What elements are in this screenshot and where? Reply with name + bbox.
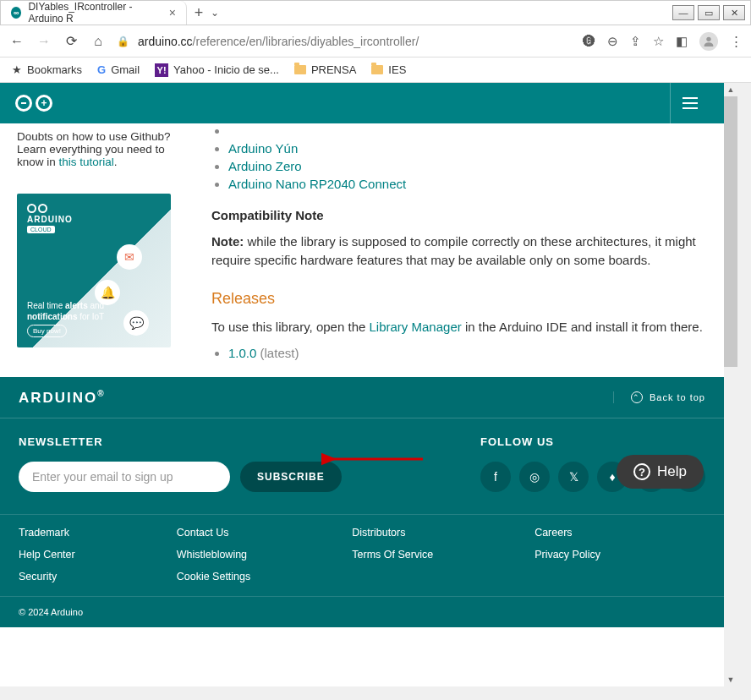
close-window-button[interactable]: ✕ bbox=[723, 5, 745, 20]
releases-heading: Releases bbox=[211, 290, 707, 308]
browser-tab[interactable]: ∞ DIYables_IRcontroller - Arduino R × bbox=[1, 1, 187, 25]
footer-link[interactable]: Terms Of Service bbox=[352, 549, 433, 561]
footer-link[interactable]: Distributors bbox=[352, 527, 433, 539]
scroll-thumb[interactable] bbox=[724, 96, 737, 367]
svg-point-0 bbox=[706, 36, 710, 41]
buy-now-button[interactable]: Buy now! bbox=[27, 325, 67, 337]
footer-link[interactable]: Contact Us bbox=[177, 527, 251, 539]
maximize-button[interactable]: ▭ bbox=[698, 5, 720, 20]
tutorial-link[interactable]: this tutorial bbox=[59, 156, 114, 168]
instagram-icon[interactable]: ◎ bbox=[519, 462, 550, 492]
menu-hamburger-icon[interactable] bbox=[670, 83, 709, 123]
main-content: Arduino Uno WiFi Rev2 Arduino Yún Arduin… bbox=[211, 130, 707, 360]
url-text: arduino.cc/reference/en/libraries/diyabl… bbox=[138, 35, 419, 48]
facebook-icon[interactable]: f bbox=[480, 462, 511, 492]
lock-icon: 🔒 bbox=[117, 36, 129, 47]
back-button[interactable]: ← bbox=[8, 33, 25, 50]
newsletter-email-input[interactable] bbox=[19, 462, 230, 492]
chat-icon: 💬 bbox=[123, 310, 149, 336]
copyright: © 2024 Arduino bbox=[0, 596, 724, 627]
share-icon[interactable]: ⇪ bbox=[630, 34, 641, 49]
page-viewport: Doubts on how to use Github? Learn every… bbox=[0, 83, 751, 700]
bookmark-ies[interactable]: IES bbox=[371, 63, 406, 76]
tabs-chevron-icon[interactable]: ⌄ bbox=[211, 7, 219, 19]
kebab-menu-icon[interactable]: ⋮ bbox=[730, 34, 743, 49]
translate-icon[interactable]: 🅖 bbox=[583, 34, 595, 48]
follow-heading: FOLLOW US bbox=[480, 435, 705, 448]
help-icon: ? bbox=[633, 463, 650, 480]
browser-toolbar: ← → ⟳ ⌂ 🔒 arduino.cc/reference/en/librar… bbox=[0, 25, 751, 57]
board-link[interactable]: Arduino Yún bbox=[228, 141, 298, 156]
footer-link[interactable]: Careers bbox=[534, 527, 600, 539]
newsletter-heading: NEWSLETTER bbox=[19, 435, 342, 448]
bookmark-prensa[interactable]: PRENSA bbox=[294, 63, 356, 76]
footer-link[interactable]: Cookie Settings bbox=[177, 571, 251, 582]
minimize-button[interactable]: — bbox=[672, 5, 694, 20]
compat-heading: Compatibility Note bbox=[211, 208, 707, 222]
scroll-up-icon[interactable]: ▲ bbox=[724, 83, 737, 96]
bookmark-yahoo[interactable]: Y!Yahoo - Inicio de se... bbox=[155, 63, 279, 77]
bookmarks-label: Bookmarks bbox=[27, 63, 82, 76]
footer-link[interactable]: Help Center bbox=[19, 549, 75, 561]
footer-link[interactable]: Security bbox=[19, 571, 75, 582]
footer-brand: ARDUINO® bbox=[19, 389, 106, 407]
newsletter-block: NEWSLETTER SUBSCRIBE bbox=[19, 435, 342, 492]
reload-button[interactable]: ⟳ bbox=[63, 33, 79, 50]
cloud-ad[interactable]: ARDUINO CLOUD ✉ 🔔 💬 Real time alerts and… bbox=[17, 194, 171, 347]
new-tab-button[interactable]: + bbox=[187, 1, 211, 25]
ad-cloud-tag: CLOUD bbox=[27, 226, 55, 233]
bookmarks-bar: ★Bookmarks GGmail Y!Yahoo - Inicio de se… bbox=[0, 57, 751, 83]
compat-note: Note: while the library is supposed to c… bbox=[211, 232, 707, 270]
address-bar[interactable]: 🔒 arduino.cc/reference/en/libraries/diya… bbox=[117, 35, 573, 48]
releases-text: To use this library, open the Library Ma… bbox=[211, 320, 707, 334]
bookmark-star-icon[interactable]: ☆ bbox=[653, 34, 664, 49]
back-to-top[interactable]: ⌃Back to top bbox=[613, 391, 705, 403]
board-link[interactable]: Arduino Zero bbox=[228, 159, 302, 173]
footer-link[interactable]: Trademark bbox=[19, 527, 75, 539]
site-footer: ARDUINO® ⌃Back to top NEWSLETTER SUBSCRI… bbox=[0, 377, 724, 628]
sidepanel-icon[interactable]: ◧ bbox=[676, 34, 688, 49]
site-header bbox=[0, 83, 724, 123]
annotation-arrow bbox=[321, 446, 431, 472]
version-link[interactable]: 1.0.0 bbox=[228, 346, 256, 360]
bookmarks-folder[interactable]: ★Bookmarks bbox=[12, 63, 82, 76]
vertical-scrollbar[interactable]: ▲ ▼ bbox=[724, 83, 737, 686]
window-titlebar: ∞ DIYables_IRcontroller - Arduino R × + … bbox=[0, 0, 751, 25]
help-button[interactable]: ? Help bbox=[617, 455, 704, 489]
arduino-logo[interactable] bbox=[15, 95, 52, 112]
arrow-up-icon: ⌃ bbox=[631, 391, 643, 403]
folder-icon bbox=[371, 65, 383, 74]
footer-link[interactable]: Privacy Policy bbox=[534, 549, 600, 561]
home-button[interactable]: ⌂ bbox=[90, 33, 107, 50]
folder-icon bbox=[294, 65, 306, 74]
ad-brand: ARDUINO bbox=[27, 215, 161, 224]
version-item: 1.0.0 (latest) bbox=[228, 346, 707, 360]
forward-button[interactable]: → bbox=[36, 33, 52, 50]
library-manager-link[interactable]: Library Manager bbox=[370, 320, 462, 334]
ad-text: Real time alerts and notifications for I… bbox=[27, 300, 104, 322]
bookmark-gmail[interactable]: GGmail bbox=[97, 63, 140, 76]
github-hint: Doubts on how to use Github? Learn every… bbox=[17, 130, 186, 168]
footer-links: Trademark Help Center Security Contact U… bbox=[0, 514, 724, 596]
left-sidebar: Doubts on how to use Github? Learn every… bbox=[17, 130, 186, 360]
zoom-icon[interactable]: ⊖ bbox=[607, 34, 618, 49]
tab-title: DIYables_IRcontroller - Arduino R bbox=[28, 1, 162, 25]
mail-icon: ✉ bbox=[117, 244, 142, 270]
profile-avatar[interactable] bbox=[699, 32, 718, 51]
x-icon[interactable]: 𝕏 bbox=[558, 462, 589, 492]
board-link[interactable]: Arduino Nano RP2040 Connect bbox=[228, 177, 406, 191]
boards-list: Arduino Uno WiFi Rev2 Arduino Yún Arduin… bbox=[211, 122, 707, 193]
versions-list: 1.0.0 (latest) bbox=[211, 346, 707, 360]
close-tab-icon[interactable]: × bbox=[169, 6, 176, 19]
arduino-favicon: ∞ bbox=[11, 7, 21, 19]
ad-logo-icon bbox=[27, 204, 161, 213]
footer-link[interactable]: Whistleblowing bbox=[177, 549, 251, 561]
scroll-down-icon[interactable]: ▼ bbox=[724, 673, 737, 686]
